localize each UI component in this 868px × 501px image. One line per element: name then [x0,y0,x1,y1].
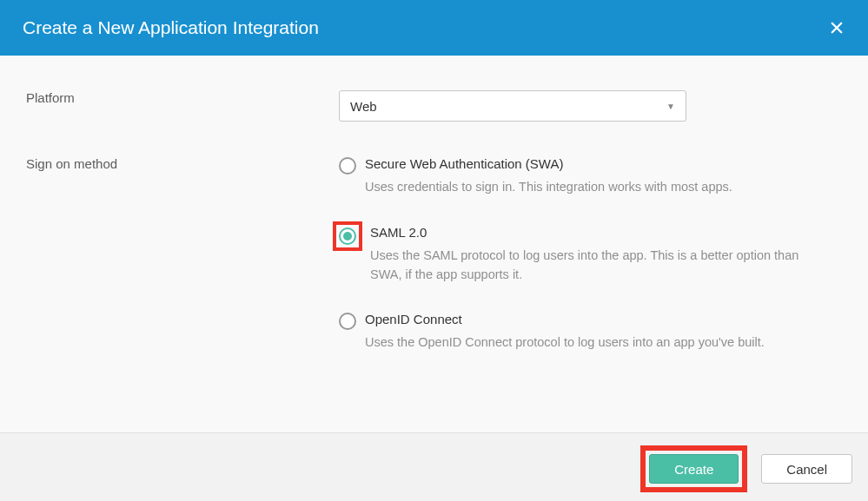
radio-label-saml: SAML 2.0 [370,225,825,240]
signon-option-saml: SAML 2.0 Uses the SAML protocol to log u… [339,225,842,285]
platform-label: Platform [26,90,339,105]
modal-header: Create a New Application Integration [0,0,868,56]
radio-inner-icon [343,232,352,241]
radio-label-oidc: OpenID Connect [365,312,825,326]
close-button[interactable] [828,19,845,36]
highlight-box: Create [640,445,747,492]
platform-select-value: Web [350,99,377,114]
modal-footer: Create Cancel [0,432,868,501]
signon-row: Sign on method Secure Web Authentication… [26,156,842,380]
cancel-button[interactable]: Cancel [761,454,852,484]
chevron-down-icon: ▼ [666,102,675,111]
signon-option-swa: Secure Web Authentication (SWA) Uses cre… [339,156,842,197]
radio-saml[interactable] [339,227,356,245]
close-icon [829,20,845,36]
radio-oidc[interactable] [339,313,356,330]
signon-label: Sign on method [26,156,339,171]
platform-select[interactable]: Web ▼ [339,90,686,122]
signon-option-oidc: OpenID Connect Uses the OpenID Connect p… [339,312,842,353]
modal-body: Platform Web ▼ Sign on method Sec [0,56,868,432]
radio-label-swa: Secure Web Authentication (SWA) [365,156,825,171]
radio-desc-swa: Uses credentials to sign in. This integr… [365,178,825,197]
radio-swa[interactable] [339,157,356,175]
modal-title: Create a New Application Integration [23,17,319,38]
platform-row: Platform Web ▼ [26,90,842,122]
radio-desc-oidc: Uses the OpenID Connect protocol to log … [365,333,825,353]
create-button[interactable]: Create [649,454,739,484]
radio-desc-saml: Uses the SAML protocol to log users into… [370,247,825,285]
create-app-integration-modal: Create a New Application Integration Pla… [0,0,868,501]
highlight-box [333,221,362,251]
